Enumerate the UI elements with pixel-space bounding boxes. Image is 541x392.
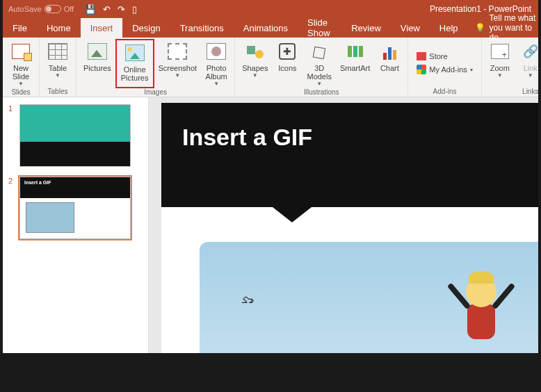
group-links: Zoom ▼ 🔗 Link ▼ Action Links: [482, 38, 538, 97]
smartart-button[interactable]: SmartArt: [336, 39, 374, 88]
group-images: Pictures OnlinePictures Screenshot ▼ Pho…: [76, 38, 235, 97]
group-tables: Table ▼ Tables: [40, 38, 76, 97]
my-addins-button[interactable]: My Add-ins ▾: [417, 65, 472, 74]
group-slides: NewSlide ▼ Slides: [3, 38, 40, 97]
store-button[interactable]: Store: [417, 52, 472, 60]
quick-access-toolbar: 💾 ↶ ↷ ▯: [79, 4, 137, 15]
icons-button[interactable]: ✚ Icons: [272, 39, 302, 88]
group-label-images: Images: [79, 88, 232, 97]
shapes-icon: [245, 43, 265, 60]
thumbnail-row: 1: [8, 104, 143, 167]
ribbon-tabs: File Home Insert Design Transitions Anim…: [3, 18, 538, 38]
chevron-down-icon: ▼: [213, 81, 219, 87]
thumbnail-number: 1: [8, 104, 15, 167]
table-icon: [48, 43, 67, 60]
new-slide-button[interactable]: NewSlide ▼: [6, 39, 36, 88]
powerpoint-window: AutoSave Off 💾 ↶ ↷ ▯ Presentation1 - Pow…: [3, 0, 538, 353]
thumbnail-number: 2: [8, 177, 15, 239]
start-from-beginning-icon[interactable]: ▯: [132, 4, 137, 15]
table-button[interactable]: Table ▼: [42, 39, 73, 88]
screenshot-button[interactable]: Screenshot ▼: [154, 39, 202, 88]
document-title: Presentation1 - PowerPoint: [430, 4, 538, 14]
group-addins: Store My Add-ins ▾ Add-ins: [408, 38, 481, 97]
shapes-button[interactable]: Shapes ▼: [238, 39, 272, 88]
slide-thumbnail-2[interactable]: Insert a GIF: [19, 177, 131, 239]
zoom-icon: [491, 44, 509, 59]
workspace: 1 2 Insert a GIF Insert a GIF: [3, 97, 538, 353]
photo-album-button[interactable]: PhotoAlbum ▼: [201, 39, 232, 88]
autosave-toggle[interactable]: AutoSave Off: [3, 5, 79, 13]
3d-models-icon: [311, 43, 328, 60]
slide-title[interactable]: Insert a GIF: [182, 124, 517, 151]
chevron-down-icon: ▾: [470, 67, 473, 73]
slide-title-banner: Insert a GIF: [161, 103, 538, 207]
tell-me-search[interactable]: 💡 Tell me what you want to do: [468, 18, 538, 38]
autosave-state: Off: [64, 5, 74, 13]
save-icon[interactable]: 💾: [85, 4, 96, 15]
undo-icon[interactable]: ↶: [103, 4, 111, 15]
tab-view[interactable]: View: [391, 18, 430, 38]
thumbnail-row: 2 Insert a GIF: [8, 177, 143, 239]
chart-button[interactable]: Chart: [374, 39, 405, 88]
slide-canvas[interactable]: Insert a GIF 𐦐: [149, 97, 538, 353]
title-bar: AutoSave Off 💾 ↶ ↷ ▯ Presentation1 - Pow…: [3, 0, 538, 18]
chevron-down-icon: ▼: [252, 72, 258, 79]
pictures-icon: [88, 43, 107, 60]
slide-image[interactable]: 𐦐: [200, 242, 538, 353]
pictures-button[interactable]: Pictures: [79, 39, 115, 88]
link-button: 🔗 Link ▼: [515, 39, 538, 88]
tab-file[interactable]: File: [3, 18, 37, 38]
zoom-button[interactable]: Zoom ▼: [485, 39, 515, 88]
group-illustrations: Shapes ▼ ✚ Icons 3DModels ▼ SmartArt: [235, 38, 408, 97]
tab-transitions[interactable]: Transitions: [170, 18, 234, 38]
banner-arrow-icon: [273, 207, 312, 222]
tab-help[interactable]: Help: [430, 18, 468, 38]
slide: Insert a GIF 𐦐: [161, 103, 538, 353]
screenshot-icon: [168, 43, 187, 60]
tab-review[interactable]: Review: [341, 18, 391, 38]
tab-design[interactable]: Design: [122, 18, 170, 38]
redo-icon[interactable]: ↷: [118, 4, 125, 15]
tab-home[interactable]: Home: [37, 18, 81, 38]
tab-insert[interactable]: Insert: [81, 18, 123, 38]
smartart-icon: [346, 43, 365, 60]
online-pictures-button[interactable]: OnlinePictures: [115, 39, 154, 88]
tab-slideshow[interactable]: Slide Show: [298, 18, 341, 38]
chevron-down-icon: ▼: [528, 72, 533, 79]
chart-icon: [380, 43, 399, 60]
link-icon: 🔗: [523, 44, 538, 59]
autosave-label: AutoSave: [8, 5, 42, 13]
3d-models-button[interactable]: 3DModels ▼: [302, 39, 335, 88]
group-label-slides: Slides: [6, 88, 36, 97]
group-label-links: Links: [485, 88, 538, 97]
photo-album-icon: [207, 43, 226, 60]
tab-animations[interactable]: Animations: [234, 18, 298, 38]
chevron-down-icon: ▼: [55, 72, 60, 79]
chevron-down-icon: ▼: [497, 72, 503, 79]
chevron-down-icon: ▼: [18, 81, 24, 87]
new-slide-icon: [12, 44, 30, 59]
group-label-illustrations: Illustrations: [238, 88, 405, 97]
icons-icon: ✚: [279, 43, 296, 60]
store-icon: [417, 52, 426, 60]
addins-icon: [417, 65, 426, 74]
group-label-tables: Tables: [42, 88, 73, 97]
ribbon: NewSlide ▼ Slides Table ▼ Tables Picture: [3, 38, 538, 97]
bird-illustration: 𐦐: [241, 291, 255, 307]
slide-thumbnails-panel[interactable]: 1 2 Insert a GIF: [3, 97, 149, 353]
chevron-down-icon: ▼: [316, 81, 322, 87]
thumbnail-image-placeholder: [26, 202, 74, 233]
autosave-switch-icon: [45, 5, 61, 13]
online-pictures-icon: [125, 44, 145, 61]
lightbulb-icon: 💡: [475, 23, 485, 33]
slide-thumbnail-1[interactable]: [19, 104, 131, 167]
group-label-addins: Add-ins: [411, 88, 478, 97]
character-illustration: [466, 277, 496, 339]
chevron-down-icon: ▼: [175, 72, 180, 79]
thumbnail-title: Insert a GIF: [20, 177, 130, 198]
